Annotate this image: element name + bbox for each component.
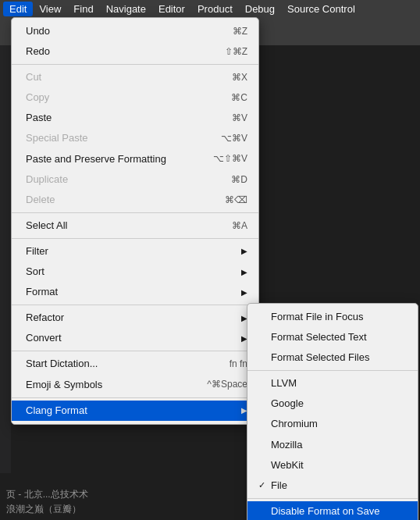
separator-5 xyxy=(12,351,258,351)
menubar-navigate[interactable]: Navigate xyxy=(100,2,152,16)
menubar-find[interactable]: Find xyxy=(67,2,99,16)
menubar-debug[interactable]: Debug xyxy=(239,2,281,16)
menu-item-refactor[interactable]: Refactor ▶ xyxy=(12,308,258,328)
menu-item-clang-format[interactable]: Clang Format ▶ xyxy=(12,401,258,421)
submenu-item-format-file[interactable]: Format File in Focus xyxy=(247,307,418,327)
menu-item-filter[interactable]: Filter ▶ xyxy=(12,241,258,262)
menu-item-emoji[interactable]: Emoji & Symbols ^⌘Space xyxy=(12,375,258,395)
menubar-product[interactable]: Product xyxy=(191,2,239,16)
submenu-item-format-selected-files[interactable]: Format Selected Files xyxy=(247,347,418,368)
submenu-item-chromium[interactable]: Chromium xyxy=(247,414,418,434)
menu-item-special-paste[interactable]: Special Paste ⌥⌘V xyxy=(12,128,258,148)
submenu-item-google[interactable]: Google xyxy=(247,394,418,414)
menu-item-cut[interactable]: Cut ⌘X xyxy=(12,67,258,87)
menu-item-paste-preserve[interactable]: Paste and Preserve Formatting ⌥⇧⌘V xyxy=(12,149,258,169)
menu-item-format[interactable]: Format ▶ xyxy=(12,282,258,302)
menu-item-paste[interactable]: Paste ⌘V xyxy=(12,108,258,128)
menubar-edit[interactable]: Edit xyxy=(3,2,33,16)
menubar: Edit View Find Navigate Editor Product D… xyxy=(0,0,420,17)
submenu-item-disable-format-on-save[interactable]: Disable Format on Save xyxy=(247,501,418,520)
menubar-source-control[interactable]: Source Control xyxy=(281,2,361,16)
submenu-item-file[interactable]: ✓ File xyxy=(247,475,418,496)
separator-4 xyxy=(12,305,258,305)
menu-item-select-all[interactable]: Select All ⌘A xyxy=(12,215,258,236)
menu-item-delete[interactable]: Delete ⌘⌫ xyxy=(12,190,258,210)
menubar-view[interactable]: View xyxy=(33,2,67,16)
separator-6 xyxy=(12,397,258,398)
submenu-item-webkit[interactable]: WebKit xyxy=(247,455,418,475)
submenu-item-llvm[interactable]: LLVM xyxy=(247,373,418,394)
submenu-separator-2 xyxy=(247,498,418,499)
side-panel xyxy=(0,45,11,520)
edit-menu: Undo ⌘Z Redo ⇧⌘Z Cut ⌘X Copy ⌘C Paste ⌘V… xyxy=(11,17,259,425)
menu-item-sort[interactable]: Sort ▶ xyxy=(12,262,258,282)
menu-item-convert[interactable]: Convert ▶ xyxy=(12,328,258,348)
separator-2 xyxy=(12,212,258,213)
clang-format-submenu: Format File in Focus Format Selected Tex… xyxy=(247,303,418,520)
menu-item-dictation[interactable]: Start Dictation... fn fn xyxy=(12,354,258,374)
menubar-editor[interactable]: Editor xyxy=(152,2,191,16)
menu-item-undo[interactable]: Undo ⌘Z xyxy=(12,21,258,41)
separator-1 xyxy=(12,64,258,65)
menu-item-duplicate[interactable]: Duplicate ⌘D xyxy=(12,169,258,190)
submenu-item-mozilla[interactable]: Mozilla xyxy=(247,435,418,455)
menu-item-copy[interactable]: Copy ⌘C xyxy=(12,87,258,108)
submenu-separator-1 xyxy=(247,370,418,371)
menu-item-redo[interactable]: Redo ⇧⌘Z xyxy=(12,41,258,62)
submenu-item-format-selected-text[interactable]: Format Selected Text xyxy=(247,327,418,347)
separator-3 xyxy=(12,238,258,239)
